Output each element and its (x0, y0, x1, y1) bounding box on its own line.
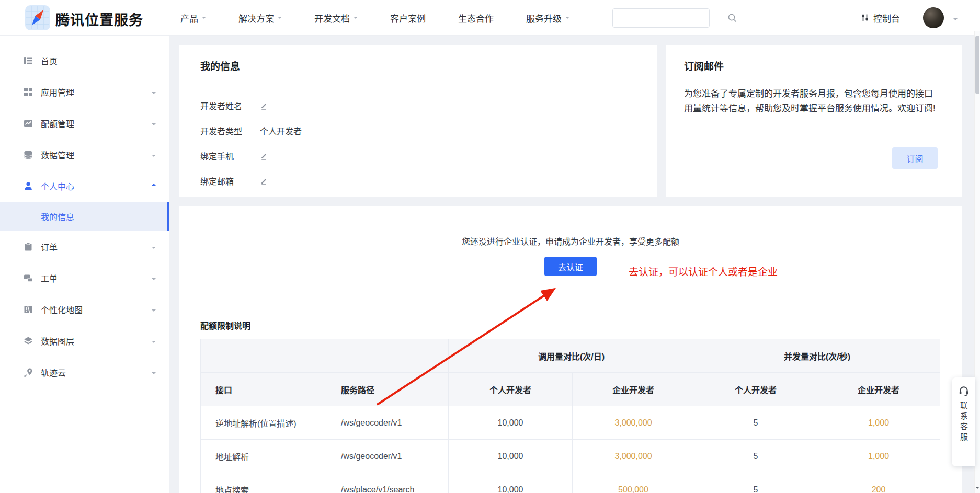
subscribe-description: 为您准备了专属定制的开发者服务月报，包含您每月使用的接口用量统计等信息，帮助您及… (684, 87, 941, 116)
sidebar-item-personal-center[interactable]: 个人中心 (0, 170, 169, 202)
chevron-down-icon (152, 278, 156, 282)
main-nav: 产品 解决方案 开发文档 客户案例 生态合作 服务升级 (180, 0, 569, 36)
col-header-path: 服务路径 (326, 373, 449, 406)
sidebar-item-data-layers[interactable]: 数据图层 (0, 325, 169, 357)
empty-header-cell (326, 339, 449, 373)
subscribe-card: 订阅邮件 为您准备了专属定制的开发者服务月报，包含您每月使用的接口用量统计等信息… (666, 45, 962, 197)
brand-compass-logo-icon[interactable] (25, 5, 50, 30)
edit-developer-name-icon[interactable] (260, 102, 268, 110)
red-annotation-text: 去认证，可以认证个人或者是企业 (629, 264, 778, 278)
chevron-down-icon (152, 247, 156, 251)
go-verify-button[interactable]: 去认证 (544, 257, 597, 276)
col-header-personal: 个人开发者 (449, 373, 573, 406)
contact-support-label: 联系客服 (958, 402, 969, 443)
edit-phone-icon[interactable] (260, 152, 268, 160)
sidebar-item-tickets[interactable]: 工单 (0, 262, 169, 294)
chevron-down-icon (152, 372, 156, 376)
col-header-enterprise: 企业开发者 (573, 373, 694, 406)
nav-item-docs[interactable]: 开发文档 (314, 12, 358, 25)
subscribe-title: 订阅邮件 (684, 59, 724, 73)
headset-icon (958, 385, 970, 396)
grid-icon (24, 87, 33, 97)
sidebar-item-orders[interactable]: 订单 (0, 231, 169, 262)
nav-item-solutions[interactable]: 解决方案 (238, 12, 282, 25)
scrollbar-down-arrow-icon[interactable] (975, 487, 979, 491)
chevron-down-icon (152, 123, 156, 128)
nav-item-upgrade[interactable]: 服务升级 (526, 12, 569, 25)
empty-header-cell (201, 339, 326, 373)
nav-item-ecosystem[interactable]: 生态合作 (458, 12, 494, 25)
subscribe-button[interactable]: 订阅 (892, 147, 938, 169)
my-info-card: 我的信息 开发者姓名 开发者类型 个人开发者 绑定手机 绑定邮箱 (179, 45, 657, 197)
sliders-icon (860, 13, 870, 22)
my-info-title: 我的信息 (200, 59, 240, 73)
group-header-concurrency: 并发量对比(次/秒) (694, 339, 940, 373)
page: 腾讯位置服务 产品 解决方案 开发文档 客户案例 生态合作 服务升级 控制台 (0, 0, 980, 493)
avatar-chevron-down-icon[interactable] (953, 18, 958, 22)
col-header-enterprise: 企业开发者 (817, 373, 940, 406)
search-input[interactable] (613, 9, 727, 27)
nav-item-products[interactable]: 产品 (180, 12, 206, 25)
sidebar-item-app-management[interactable]: 应用管理 (0, 76, 169, 108)
layers-icon (24, 336, 33, 346)
chevron-down-icon (354, 17, 358, 21)
brand-title[interactable]: 腾讯位置服务 (55, 9, 143, 29)
sidebar-item-data-management[interactable]: 数据管理 (0, 139, 169, 170)
chevron-down-icon (278, 17, 282, 21)
developer-type-value: 个人开发者 (260, 124, 302, 137)
info-row-bind-email: 绑定邮箱 (200, 168, 302, 193)
col-header-personal: 个人开发者 (694, 373, 817, 406)
sidebar-item-custom-map[interactable]: 个性化地图 (0, 294, 169, 325)
sidebar-item-track-cloud[interactable]: 轨迹云 (0, 357, 169, 388)
table-row: 逆地址解析(位置描述) /ws/geocoder/v1 10,000 3,000… (201, 406, 940, 440)
quota-table: 调用量对比(次/日) 并发量对比(次/秒) 接口 服务路径 个人开发者 企业开发… (200, 339, 940, 493)
sidebar-item-home[interactable]: 首页 (0, 45, 169, 76)
top-navbar: 腾讯位置服务 产品 解决方案 开发文档 客户案例 生态合作 服务升级 控制台 (0, 0, 980, 36)
quota-card: 您还没进行企业认证，申请成为企业开发者，享受更多配额 去认证 去认证，可以认证个… (179, 206, 962, 493)
chevron-down-icon (152, 341, 156, 345)
chat-bubbles-icon (24, 273, 33, 283)
person-icon (24, 181, 33, 191)
scrollbar-thumb[interactable] (975, 36, 979, 94)
edit-email-icon[interactable] (260, 177, 268, 185)
sidebar-subitem-my-info[interactable]: 我的信息 (0, 202, 169, 231)
table-row: 地址解析 /ws/geocoder/v1 10,000 3,000,000 5 … (201, 440, 940, 473)
chevron-down-icon (565, 17, 569, 21)
chevron-down-icon (202, 17, 206, 21)
chevron-up-icon (152, 181, 156, 186)
info-row-bind-phone: 绑定手机 (200, 143, 302, 168)
table-row: 地点搜索 /ws/place/v1/search 10,000 500,000 … (201, 473, 940, 493)
group-header-call-volume: 调用量对比(次/日) (449, 339, 694, 373)
home-list-icon (24, 56, 33, 65)
col-header-api: 接口 (201, 373, 326, 406)
chart-icon (24, 119, 33, 128)
search-icon[interactable] (727, 13, 737, 23)
chevron-down-icon (152, 155, 156, 159)
console-link[interactable]: 控制台 (860, 0, 900, 36)
sidebar-item-quota-management[interactable]: 配额管理 (0, 108, 169, 139)
quota-group-header-row: 调用量对比(次/日) 并发量对比(次/秒) (201, 339, 940, 373)
user-avatar[interactable] (923, 7, 944, 28)
verify-notice: 您还没进行企业认证，申请成为企业开发者，享受更多配额 (179, 235, 962, 247)
search-box (612, 8, 710, 28)
info-row-developer-type: 开发者类型 个人开发者 (200, 118, 302, 143)
nav-item-cases[interactable]: 客户案例 (390, 12, 426, 25)
map-icon (24, 305, 33, 314)
info-row-developer-name: 开发者姓名 (200, 93, 302, 118)
chevron-down-icon (152, 309, 156, 314)
chevron-down-icon (152, 92, 156, 96)
contact-support-widget[interactable]: 联系客服 (952, 377, 975, 466)
clipboard-icon (24, 242, 33, 251)
quota-section-title: 配额限制说明 (200, 319, 250, 331)
location-pin-icon (24, 368, 33, 377)
quota-column-header-row: 接口 服务路径 个人开发者 企业开发者 个人开发者 企业开发者 (201, 373, 940, 406)
sidebar: 首页 应用管理 配额管理 数据管理 个人中心 (0, 36, 169, 493)
database-icon (24, 150, 33, 159)
